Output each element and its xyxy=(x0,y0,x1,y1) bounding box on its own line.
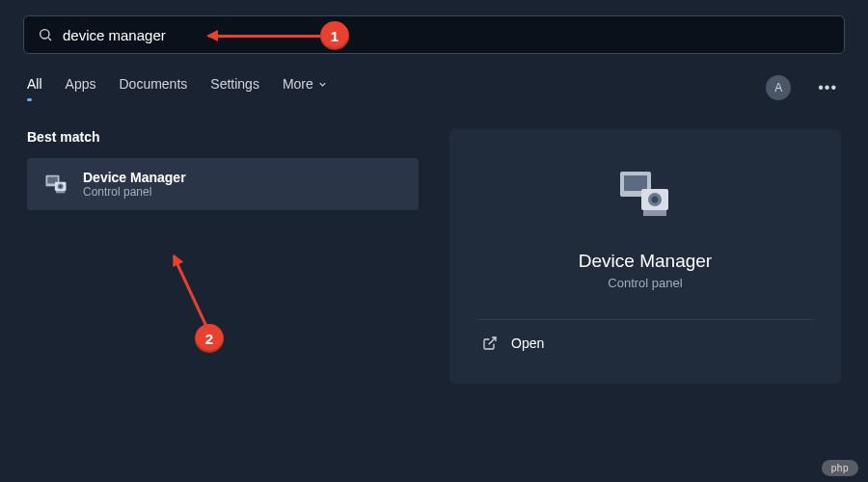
tab-all[interactable]: All xyxy=(27,76,42,99)
svg-point-6 xyxy=(59,185,62,188)
detail-column: Device Manager Control panel Open xyxy=(449,129,841,384)
results-column: Best match Device Manager Control panel xyxy=(27,129,419,384)
svg-point-12 xyxy=(652,197,659,203)
result-title: Device Manager xyxy=(83,170,186,185)
annotation-arrow-1 xyxy=(208,35,320,38)
chevron-down-icon xyxy=(317,79,328,90)
tab-more-label: More xyxy=(283,76,313,92)
svg-rect-9 xyxy=(624,175,647,191)
content-area: Best match Device Manager Control panel xyxy=(0,129,868,384)
tab-documents[interactable]: Documents xyxy=(119,76,187,99)
detail-subtitle: Control panel xyxy=(476,276,814,290)
svg-rect-13 xyxy=(643,210,666,216)
device-manager-large-icon xyxy=(614,164,676,226)
detail-title: Device Manager xyxy=(476,251,814,272)
best-match-label: Best match xyxy=(27,129,419,145)
open-action[interactable]: Open xyxy=(476,320,814,366)
avatar[interactable]: A xyxy=(766,75,791,100)
more-options-button[interactable]: ••• xyxy=(814,79,841,96)
open-icon xyxy=(482,335,498,351)
tab-apps[interactable]: Apps xyxy=(66,76,96,99)
tab-settings[interactable]: Settings xyxy=(210,76,259,99)
svg-line-1 xyxy=(48,38,51,40)
open-label: Open xyxy=(511,335,544,351)
svg-point-0 xyxy=(41,30,49,39)
svg-rect-7 xyxy=(56,191,65,193)
annotation-marker-2: 2 xyxy=(195,324,224,353)
search-input[interactable] xyxy=(63,27,830,43)
result-device-manager[interactable]: Device Manager Control panel xyxy=(27,158,419,210)
device-manager-icon xyxy=(42,171,69,198)
result-text: Device Manager Control panel xyxy=(83,170,186,199)
annotation-marker-1: 1 xyxy=(320,21,349,50)
detail-panel: Device Manager Control panel Open xyxy=(449,129,841,384)
result-subtitle: Control panel xyxy=(83,185,186,199)
svg-line-14 xyxy=(489,337,496,344)
search-icon xyxy=(38,27,53,42)
watermark: php xyxy=(822,460,858,476)
tab-more[interactable]: More xyxy=(283,76,328,99)
tabs-row: All Apps Documents Settings More A ••• xyxy=(27,75,841,100)
search-bar[interactable] xyxy=(23,15,845,54)
